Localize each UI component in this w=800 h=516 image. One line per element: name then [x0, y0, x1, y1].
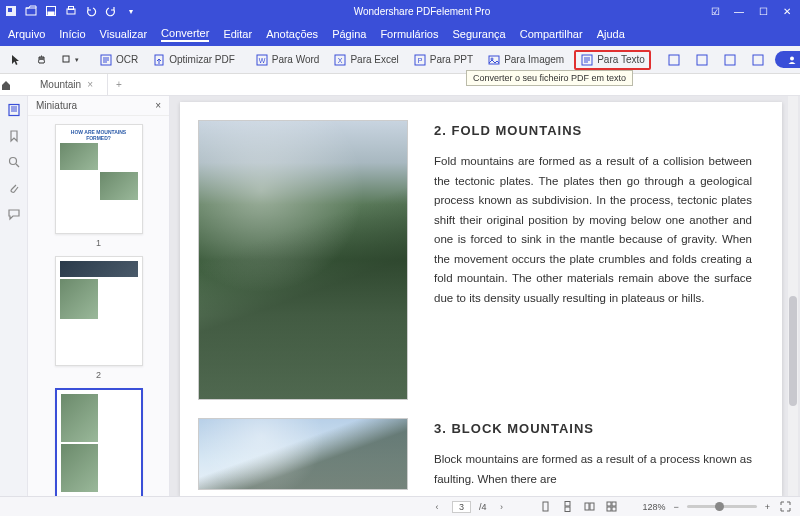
- search-icon[interactable]: [6, 154, 22, 170]
- to-word-button[interactable]: WPara Word: [251, 51, 324, 69]
- menu-arquivo[interactable]: Arquivo: [8, 28, 45, 40]
- zoom-out-button[interactable]: −: [673, 502, 678, 512]
- svg-rect-24: [9, 105, 19, 116]
- titlebar-right-icons: ☑ — ☐ ✕: [706, 6, 796, 17]
- svg-rect-26: [543, 502, 548, 511]
- home-tab-icon[interactable]: [0, 79, 26, 91]
- thumbnail-list: HOW ARE MOUNTAINS FORMED? 1 2 3: [28, 116, 169, 496]
- thumbnails-icon[interactable]: [6, 102, 22, 118]
- app-title: Wondershare PDFelement Pro: [138, 6, 706, 17]
- hand-tool[interactable]: [32, 52, 52, 68]
- word-icon: W: [255, 53, 269, 67]
- menu-formularios[interactable]: Formulários: [380, 28, 438, 40]
- optimize-button[interactable]: Optimizar PDF: [148, 51, 239, 69]
- fullscreen-icon[interactable]: [778, 500, 792, 514]
- app-logo-icon: [4, 4, 18, 18]
- user-button[interactable]: Shelley: [775, 51, 800, 68]
- to-text-button[interactable]: Para Texto: [574, 50, 651, 70]
- page-prev-icon[interactable]: ‹: [430, 500, 444, 514]
- thumbnail-title: Miniatura: [36, 100, 77, 111]
- menu-editar[interactable]: Editar: [223, 28, 252, 40]
- zoom-in-button[interactable]: +: [765, 502, 770, 512]
- view-facing-icon[interactable]: [582, 500, 596, 514]
- notify-badge-icon[interactable]: ☑: [706, 6, 724, 17]
- new-tab-button[interactable]: +: [108, 79, 130, 90]
- section-3: 3. BLOCK MOUNTAINS Block mountains are f…: [434, 418, 752, 490]
- menu-ajuda[interactable]: Ajuda: [597, 28, 625, 40]
- section-3-title: 3. BLOCK MOUNTAINS: [434, 418, 752, 440]
- scroll-thumb[interactable]: [789, 296, 797, 406]
- page-number-input[interactable]: 3: [452, 501, 471, 513]
- svg-rect-31: [607, 502, 611, 506]
- window-close-button[interactable]: ✕: [778, 6, 796, 17]
- menu-pagina[interactable]: Página: [332, 28, 366, 40]
- zoom-value[interactable]: 128%: [642, 502, 665, 512]
- to-excel-label: Para Excel: [350, 54, 398, 65]
- menu-anotacoes[interactable]: Anotações: [266, 28, 318, 40]
- thumb-page-1[interactable]: HOW ARE MOUNTAINS FORMED?: [55, 124, 143, 234]
- select-tool[interactable]: [6, 52, 26, 68]
- ocr-icon: [99, 53, 113, 67]
- extra-convert-1[interactable]: [663, 51, 685, 69]
- attachment-icon[interactable]: [6, 180, 22, 196]
- svg-point-23: [790, 56, 794, 60]
- svg-rect-2: [26, 8, 36, 15]
- window-minimize-button[interactable]: —: [730, 6, 748, 17]
- statusbar: ‹ 3 /4 › 128% − +: [0, 496, 800, 516]
- page-next-icon[interactable]: ›: [494, 500, 508, 514]
- optimize-icon: [152, 53, 166, 67]
- svg-text:W: W: [258, 57, 265, 64]
- to-excel-button[interactable]: XPara Excel: [329, 51, 402, 69]
- undo-icon[interactable]: [84, 4, 98, 18]
- document-tab[interactable]: Mountain ×: [26, 74, 108, 95]
- print-icon[interactable]: [64, 4, 78, 18]
- tab-close-icon[interactable]: ×: [87, 79, 93, 90]
- extra-convert-3[interactable]: [719, 51, 741, 69]
- thumb-1-number: 1: [28, 238, 169, 248]
- thumb-page-3[interactable]: [55, 388, 143, 496]
- chevron-down-icon[interactable]: ▾: [124, 4, 138, 18]
- zoom-dropdown[interactable]: ▾: [58, 53, 83, 67]
- menu-converter[interactable]: Converter: [161, 27, 209, 42]
- bookmark-icon[interactable]: [6, 128, 22, 144]
- view-single-icon[interactable]: [538, 500, 552, 514]
- view-continuous-icon[interactable]: [560, 500, 574, 514]
- svg-rect-1: [8, 8, 12, 12]
- vertical-scrollbar[interactable]: [788, 96, 798, 496]
- to-image-button[interactable]: Para Imagem: [483, 51, 568, 69]
- section-2-title: 2. FOLD MOUNTAINS: [434, 120, 752, 142]
- svg-point-25: [9, 158, 16, 165]
- svg-rect-33: [607, 507, 611, 511]
- user-icon: [787, 55, 797, 65]
- comment-icon[interactable]: [6, 206, 22, 222]
- folder-icon[interactable]: [24, 4, 38, 18]
- section-3-body: Block mountains are formed as a result o…: [434, 450, 752, 489]
- thumbnail-close-icon[interactable]: ×: [155, 100, 161, 111]
- page-image-2: [198, 418, 408, 490]
- zoom-slider-knob[interactable]: [715, 502, 724, 511]
- menu-compartilhar[interactable]: Compartilhar: [520, 28, 583, 40]
- section-2-body: Fold mountains are formed as a result of…: [434, 152, 752, 308]
- to-word-label: Para Word: [272, 54, 320, 65]
- to-image-label: Para Imagem: [504, 54, 564, 65]
- optimize-label: Optimizar PDF: [169, 54, 235, 65]
- save-icon[interactable]: [44, 4, 58, 18]
- view-facing-continuous-icon[interactable]: [604, 500, 618, 514]
- ppt-icon: P: [413, 53, 427, 67]
- extra-convert-4[interactable]: [747, 51, 769, 69]
- text-icon: [580, 53, 594, 67]
- menu-inicio[interactable]: Início: [59, 28, 85, 40]
- svg-rect-30: [590, 503, 594, 510]
- redo-icon[interactable]: [104, 4, 118, 18]
- titlebar: ▾ Wondershare PDFelement Pro ☑ — ☐ ✕: [0, 0, 800, 22]
- window-maximize-button[interactable]: ☐: [754, 6, 772, 17]
- extra-convert-2[interactable]: [691, 51, 713, 69]
- menu-seguranca[interactable]: Segurança: [452, 28, 505, 40]
- svg-rect-32: [612, 502, 616, 506]
- ocr-button[interactable]: OCR: [95, 51, 142, 69]
- zoom-slider[interactable]: [687, 505, 757, 508]
- thumb-page-2[interactable]: [55, 256, 143, 366]
- svg-rect-7: [63, 56, 69, 62]
- menu-visualizar[interactable]: Visualizar: [100, 28, 148, 40]
- to-ppt-button[interactable]: PPara PPT: [409, 51, 477, 69]
